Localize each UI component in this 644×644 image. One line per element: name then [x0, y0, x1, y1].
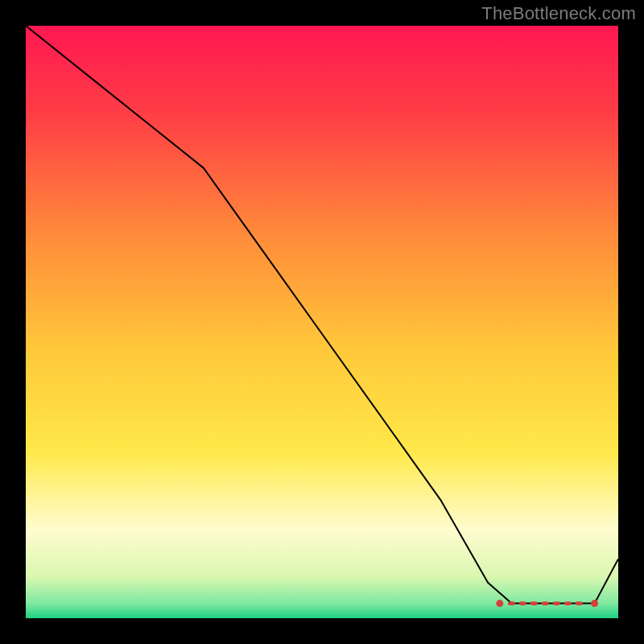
plot-area	[26, 26, 618, 618]
watermark-text: TheBottleneck.com	[481, 3, 636, 24]
svg-rect-3	[519, 601, 526, 605]
svg-point-1	[591, 600, 598, 607]
chart-svg	[26, 26, 618, 618]
svg-rect-2	[508, 601, 515, 605]
svg-rect-6	[553, 601, 560, 605]
svg-rect-8	[576, 601, 583, 605]
svg-rect-4	[530, 601, 538, 605]
svg-rect-7	[564, 601, 572, 605]
svg-point-0	[496, 600, 503, 607]
chart-root: TheBottleneck.com	[0, 0, 644, 644]
gradient-bg	[26, 26, 618, 618]
svg-rect-5	[542, 601, 549, 605]
